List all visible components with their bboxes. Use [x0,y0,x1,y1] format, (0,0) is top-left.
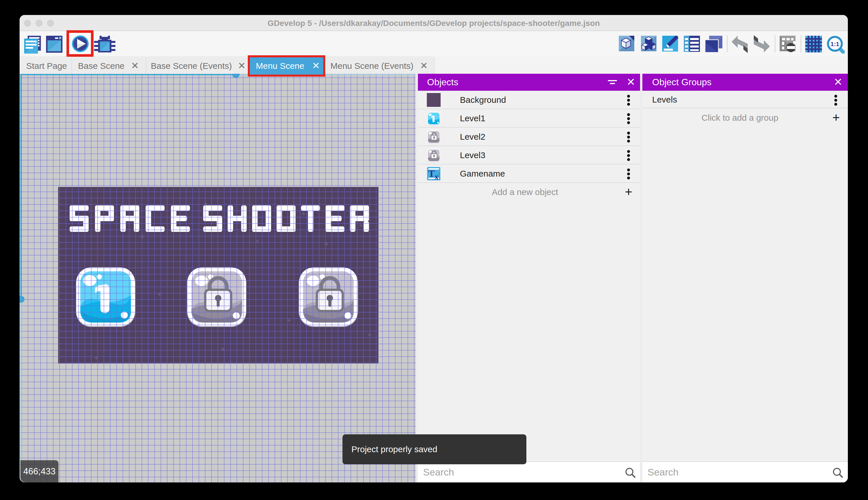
svg-text:T: T [428,168,435,179]
svg-text:x: x [435,172,438,180]
svg-text:1:1: 1:1 [831,41,840,47]
